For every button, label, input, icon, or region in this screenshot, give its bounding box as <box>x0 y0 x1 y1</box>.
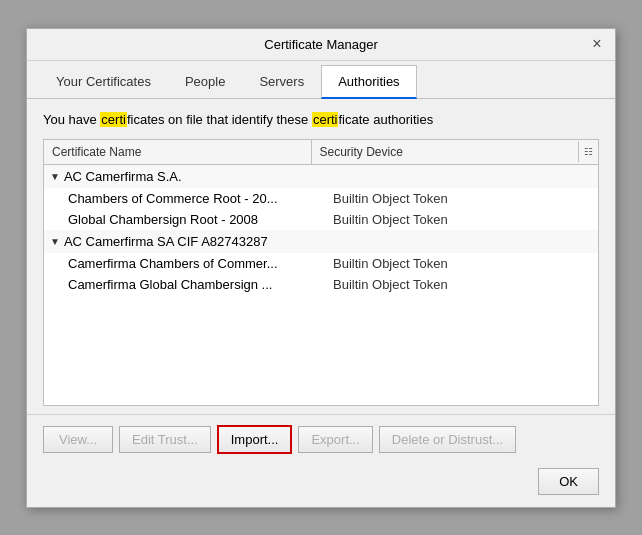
certificate-manager-dialog: Certificate Manager × Your Certificates … <box>26 28 616 508</box>
col-cert-name: Certificate Name <box>44 140 312 164</box>
table-row[interactable]: Camerfirma Chambers of Commer... Builtin… <box>44 253 598 274</box>
col-security-device: Security Device <box>312 140 579 164</box>
tabs-bar: Your Certificates People Servers Authori… <box>27 65 615 99</box>
expand-arrow-icon: ▼ <box>50 171 60 182</box>
col-icon: ☷ <box>578 141 598 162</box>
action-buttons-bar: View... Edit Trust... Import... Export..… <box>27 414 615 464</box>
security-device: Builtin Object Token <box>333 277 590 292</box>
table-body[interactable]: ▼ AC Camerfirma S.A. Chambers of Commerc… <box>44 165 598 405</box>
security-device: Builtin Object Token <box>333 256 590 271</box>
ok-button[interactable]: OK <box>538 468 599 495</box>
desc-middle1: ficates on file that identify these <box>127 112 312 127</box>
security-device: Builtin Object Token <box>333 212 590 227</box>
cert-name: Camerfirma Chambers of Commer... <box>68 256 333 271</box>
tab-servers[interactable]: Servers <box>242 65 321 99</box>
group-name: AC Camerfirma S.A. <box>64 169 182 184</box>
certificates-table: Certificate Name Security Device ☷ ▼ AC … <box>43 139 599 406</box>
export-button[interactable]: Export... <box>298 426 372 453</box>
content-area: You have certificates on file that ident… <box>27 99 615 414</box>
cert-name: Camerfirma Global Chambersign ... <box>68 277 333 292</box>
import-button[interactable]: Import... <box>217 425 293 454</box>
tab-your-certificates[interactable]: Your Certificates <box>39 65 168 99</box>
description-text: You have certificates on file that ident… <box>43 111 599 129</box>
table-row[interactable]: Chambers of Commerce Root - 20... Builti… <box>44 188 598 209</box>
dialog-title: Certificate Manager <box>264 37 377 52</box>
desc-middle2: ficate authorities <box>338 112 433 127</box>
close-button[interactable]: × <box>587 34 607 54</box>
ok-area: OK <box>27 464 615 507</box>
group-row[interactable]: ▼ AC Camerfirma SA CIF A82743287 <box>44 230 598 253</box>
group-name: AC Camerfirma SA CIF A82743287 <box>64 234 268 249</box>
security-device: Builtin Object Token <box>333 191 590 206</box>
cert-name: Global Chambersign Root - 2008 <box>68 212 333 227</box>
edit-trust-button[interactable]: Edit Trust... <box>119 426 211 453</box>
title-bar: Certificate Manager × <box>27 29 615 61</box>
expand-arrow-icon: ▼ <box>50 236 60 247</box>
tab-authorities[interactable]: Authorities <box>321 65 416 99</box>
table-row[interactable]: Global Chambersign Root - 2008 Builtin O… <box>44 209 598 230</box>
desc-highlight2: certi <box>312 112 339 127</box>
tab-people[interactable]: People <box>168 65 242 99</box>
table-row[interactable]: Camerfirma Global Chambersign ... Builti… <box>44 274 598 295</box>
table-header: Certificate Name Security Device ☷ <box>44 140 598 165</box>
group-row[interactable]: ▼ AC Camerfirma S.A. <box>44 165 598 188</box>
desc-highlight1: certi <box>100 112 127 127</box>
delete-distrust-button[interactable]: Delete or Distrust... <box>379 426 516 453</box>
desc-prefix: You have <box>43 112 100 127</box>
view-button[interactable]: View... <box>43 426 113 453</box>
cert-name: Chambers of Commerce Root - 20... <box>68 191 333 206</box>
